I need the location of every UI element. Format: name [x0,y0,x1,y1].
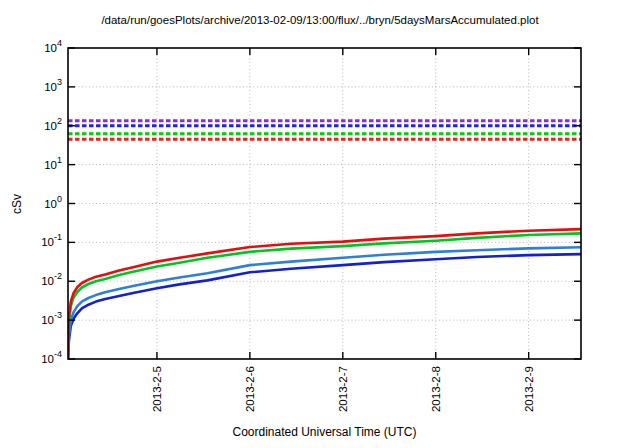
y-tick-label: 100 [44,194,62,210]
y-tick-label: 103 [44,77,62,93]
plot-window: /data/run/goesPlots/archive/2013-02-09/1… [0,0,640,448]
x-tick-label: 2013-2-9 [523,366,535,412]
y-tick-label: 101 [44,155,62,171]
y-tick-label: 102 [44,116,62,132]
plot-canvas: 10410310210110010-110-210-310-42013-2-52… [0,0,640,448]
x-tick-label: 2013-2-7 [337,366,349,412]
y-tick-label: 10-4 [41,349,62,365]
x-axis-title: Coordinated Universal Time (UTC) [68,425,581,439]
y-tick-label: 104 [44,38,62,54]
accumulated-dose-green [68,233,581,359]
x-tick-label: 2013-2-6 [244,366,256,412]
x-tick-label: 2013-2-5 [151,366,163,412]
y-tick-label: 10-2 [41,271,62,287]
x-tick-label: 2013-2-8 [430,366,442,412]
y-axis-title: cSv [10,194,24,214]
y-tick-label: 10-1 [41,232,62,248]
y-tick-label: 10-3 [41,310,62,326]
